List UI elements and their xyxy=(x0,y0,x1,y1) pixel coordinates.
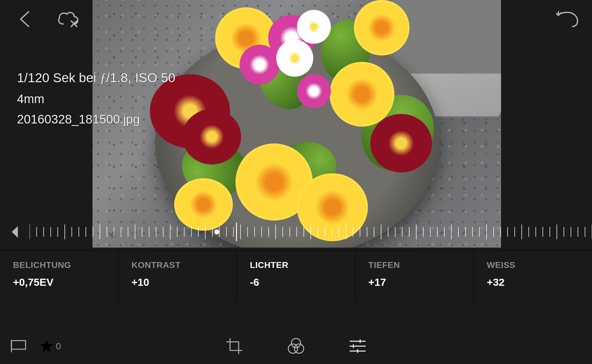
crop-icon xyxy=(226,338,243,355)
meta-f-glyph: ƒ xyxy=(100,71,106,85)
meta-exposure-prefix: 1/120 Sek bei xyxy=(17,71,100,85)
cloud-reject-icon xyxy=(56,10,80,28)
param-label: KONTRAST xyxy=(131,260,227,270)
adjust-sliders-icon xyxy=(349,339,366,354)
svg-rect-85 xyxy=(11,341,26,349)
photo-stage: 1/120 Sek bei ƒ/1.8, ISO 50 4mm 20160328… xyxy=(0,0,592,248)
filters-icon xyxy=(287,338,305,355)
param-label: BELICHTUNG xyxy=(13,260,108,270)
meta-filename: 20160328_181500.jpg xyxy=(17,109,175,129)
param-label: WEISS xyxy=(487,260,582,270)
star-icon xyxy=(39,339,54,354)
param-tiefen[interactable]: TIEFEN+17 xyxy=(356,250,474,303)
ruler-collapse-button[interactable] xyxy=(0,225,30,238)
svg-marker-86 xyxy=(40,340,53,352)
param-weiss[interactable]: WEISS+32 xyxy=(474,250,592,303)
flag-icon xyxy=(10,339,27,353)
back-button[interactable] xyxy=(12,7,37,31)
presets-button[interactable] xyxy=(285,335,307,357)
adjust-button[interactable] xyxy=(347,335,368,357)
param-value: +17 xyxy=(368,276,464,288)
meta-exposure: 1/120 Sek bei ƒ/1.8, ISO 50 xyxy=(17,67,175,89)
meta-focal-length: 4mm xyxy=(17,89,175,109)
parameter-tabs: BELICHTUNG+0,75EVKONTRAST+10LICHTER-6TIE… xyxy=(0,250,592,303)
crop-button[interactable] xyxy=(224,335,245,357)
param-value: +10 xyxy=(131,276,227,288)
star-rating-button[interactable]: 0 xyxy=(39,339,61,354)
param-kontrast[interactable]: KONTRAST+10 xyxy=(118,250,237,303)
slider-zero-mark xyxy=(236,223,237,241)
undo-icon xyxy=(556,10,579,28)
param-value: +32 xyxy=(487,276,582,288)
param-belichtung[interactable]: BELICHTUNG+0,75EV xyxy=(0,250,118,303)
undo-button[interactable] xyxy=(555,7,580,31)
svg-marker-2 xyxy=(12,226,18,238)
photo-metadata: 1/120 Sek bei ƒ/1.8, ISO 50 4mm 20160328… xyxy=(17,67,175,129)
slider-thumb[interactable] xyxy=(214,229,219,234)
svg-point-89 xyxy=(294,344,304,353)
star-count: 0 xyxy=(56,341,61,351)
triangle-left-icon xyxy=(10,225,19,238)
meta-exposure-suffix: /1.8, ISO 50 xyxy=(106,71,175,85)
bottom-toolbar: 0 xyxy=(0,328,592,364)
slider-ticks xyxy=(30,223,592,241)
param-value: +0,75EV xyxy=(13,276,108,288)
back-icon xyxy=(18,10,31,28)
param-lichter[interactable]: LICHTER-6 xyxy=(237,250,355,303)
svg-point-87 xyxy=(291,338,301,348)
param-label: LICHTER xyxy=(250,260,345,270)
param-value: -6 xyxy=(250,276,345,288)
param-label: TIEFEN xyxy=(368,260,464,270)
value-slider[interactable] xyxy=(30,223,592,241)
flag-button[interactable] xyxy=(8,335,29,357)
cloud-reject-button[interactable] xyxy=(56,7,81,31)
